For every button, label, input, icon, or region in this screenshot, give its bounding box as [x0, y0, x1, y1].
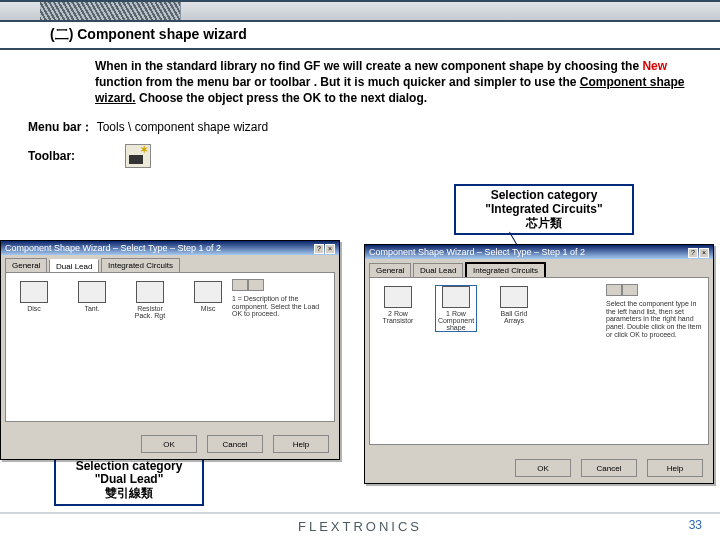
close-icon[interactable]: ×	[699, 248, 709, 258]
toolbar-label: Toolbar:	[28, 149, 75, 163]
dialog-right-desc-text: Select the component type in the left ha…	[606, 300, 702, 338]
dialog-right-tabs: General Dual Lead Integrated Circuits	[365, 259, 713, 277]
wizard-toolbar-icon[interactable]	[125, 144, 151, 168]
intro-text-c: Choose the object press the OK to the ne…	[136, 91, 427, 105]
intro-text-a: When in the standard library no find GF …	[95, 59, 642, 73]
icon-misc[interactable]: Misc	[188, 281, 228, 319]
tab-ic-l[interactable]: Integrated Circuits	[101, 258, 180, 272]
callout-r-l3: 芯片類	[464, 217, 624, 231]
icon-tant[interactable]: Tant.	[72, 281, 112, 319]
nav-prev-icon[interactable]	[606, 284, 622, 296]
dialog-left-pane: Disc Tant. Resistor Pack. Rgt Misc 1 = D…	[5, 272, 335, 422]
menubar-label: Menu bar：	[28, 120, 93, 134]
page-number: 33	[689, 518, 702, 532]
dialog-left-desc: 1 = Description of the component. Select…	[232, 279, 328, 318]
top-bar-fill	[180, 2, 720, 20]
tab-dual-lead-l[interactable]: Dual Lead	[49, 259, 99, 273]
ok-button-l[interactable]: OK	[141, 435, 197, 453]
icon-bga[interactable]: Ball Grid Arrays	[494, 286, 534, 331]
dialog-right-iconrow: 2 Row Transistor 1 Row Component shape B…	[378, 286, 534, 331]
dialog-right-title: Component Shape Wizard – Select Type – S…	[369, 247, 585, 257]
callout-b-l3: 雙引線類	[64, 487, 194, 501]
nav-prev-icon[interactable]	[232, 279, 248, 291]
tab-general-l[interactable]: General	[5, 258, 47, 272]
dialog-left-buttons: OK Cancel Help	[141, 435, 329, 453]
tab-general-r[interactable]: General	[369, 263, 411, 277]
callout-b-l1: Selection category	[64, 460, 194, 474]
icon-resistor[interactable]: Resistor Pack. Rgt	[130, 281, 170, 319]
dialog-right: Component Shape Wizard – Select Type – S…	[364, 244, 714, 484]
cancel-button-r[interactable]: Cancel	[581, 459, 637, 477]
callout-r-l1: Selection category	[464, 189, 624, 203]
help-icon[interactable]: ?	[688, 248, 698, 258]
tab-dual-lead-r[interactable]: Dual Lead	[413, 263, 463, 277]
dialog-left-tabs: General Dual Lead Integrated Circuits	[1, 255, 339, 272]
intro-text-b: function from the menu bar or toolbar . …	[95, 75, 580, 89]
nav-next-icon[interactable]	[248, 279, 264, 291]
help-button-r[interactable]: Help	[647, 459, 703, 477]
dialog-left-iconrow: Disc Tant. Resistor Pack. Rgt Misc	[14, 281, 228, 319]
dialog-right-titlebar: Component Shape Wizard – Select Type – S…	[365, 245, 713, 259]
callout-dual-lead: Selection category "Dual Lead" 雙引線類	[54, 455, 204, 506]
intro-red-new: New	[642, 59, 667, 73]
dialog-right-window-buttons: ?×	[687, 247, 709, 258]
nav-next-icon[interactable]	[622, 284, 638, 296]
dialog-left-window-buttons: ?×	[313, 243, 335, 254]
page-title: (二) Component shape wizard	[0, 22, 720, 50]
dialog-left: Component Shape Wizard – Select Type – S…	[0, 240, 340, 460]
menubar-line: Menu bar： Tools \ component shape wizard	[0, 115, 720, 138]
ok-button-r[interactable]: OK	[515, 459, 571, 477]
callout-r-l2: "Integrated Circuits"	[464, 203, 624, 217]
dialog-left-title: Component Shape Wizard – Select Type – S…	[5, 243, 221, 253]
help-button-l[interactable]: Help	[273, 435, 329, 453]
icon-1row[interactable]: 1 Row Component shape	[436, 286, 476, 331]
toolbar-line: Toolbar:	[0, 138, 720, 170]
dialog-right-buttons: OK Cancel Help	[515, 459, 703, 477]
dialog-left-desc-text: 1 = Description of the component. Select…	[232, 295, 328, 318]
help-icon[interactable]: ?	[314, 244, 324, 254]
callout-integrated-circuits: Selection category "Integrated Circuits"…	[454, 184, 634, 235]
top-decorative-bar	[0, 0, 720, 22]
intro-paragraph: When in the standard library no find GF …	[0, 50, 720, 115]
footer-brand: FLEXTRONICS	[0, 519, 720, 534]
footer-rule	[0, 512, 720, 514]
menubar-path: Tools \ component shape wizard	[97, 120, 268, 134]
cancel-button-l[interactable]: Cancel	[207, 435, 263, 453]
dialog-right-pane: 2 Row Transistor 1 Row Component shape B…	[369, 277, 709, 445]
dialog-left-titlebar: Component Shape Wizard – Select Type – S…	[1, 241, 339, 255]
close-icon[interactable]: ×	[325, 244, 335, 254]
logo-strip	[40, 2, 180, 20]
dialog-right-desc: Select the component type in the left ha…	[606, 284, 702, 338]
icon-disc[interactable]: Disc	[14, 281, 54, 319]
tab-ic-r[interactable]: Integrated Circuits	[465, 262, 546, 277]
icon-2row[interactable]: 2 Row Transistor	[378, 286, 418, 331]
callout-b-l2: "Dual Lead"	[64, 473, 194, 487]
